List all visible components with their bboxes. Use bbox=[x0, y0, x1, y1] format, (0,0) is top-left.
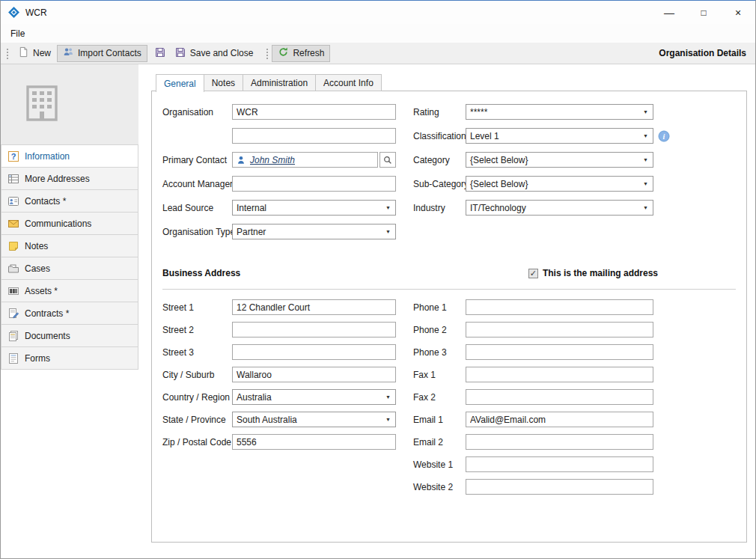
contact-lookup-button[interactable] bbox=[379, 152, 396, 168]
zip-input[interactable] bbox=[232, 434, 396, 450]
rating-select[interactable]: ***** ▼ bbox=[466, 104, 653, 120]
tab-general[interactable]: General bbox=[156, 74, 204, 92]
menu-file[interactable]: File bbox=[1, 28, 34, 39]
account-manager-input[interactable] bbox=[232, 176, 396, 192]
sidebar-item-notes[interactable]: Notes bbox=[1, 234, 138, 257]
import-contacts-button[interactable]: Import Contacts bbox=[57, 45, 147, 62]
mailing-address-checkbox[interactable]: ✓ bbox=[528, 269, 538, 278]
business-address-heading: Business Address bbox=[162, 268, 240, 278]
refresh-button[interactable]: Refresh bbox=[272, 45, 330, 62]
industry-select[interactable]: IT/Technology ▼ bbox=[466, 200, 653, 216]
category-label: Category bbox=[413, 155, 466, 165]
contacts-icon bbox=[7, 195, 19, 207]
organisation-line2-input[interactable] bbox=[232, 128, 396, 144]
save-and-close-button[interactable]: Save and Close bbox=[170, 45, 258, 62]
main-area: General Notes Administration Account Inf… bbox=[138, 64, 755, 558]
chevron-down-icon: ▼ bbox=[382, 413, 394, 426]
title-bar: WCR — □ × bbox=[1, 1, 755, 24]
new-button[interactable]: New bbox=[12, 45, 57, 62]
account-manager-label: Account Manager bbox=[162, 179, 232, 189]
organisation-hero bbox=[1, 64, 138, 144]
svg-text:?: ? bbox=[11, 152, 16, 161]
phone1-input[interactable] bbox=[466, 299, 653, 315]
state-select[interactable]: South Australia ▼ bbox=[232, 412, 396, 427]
address-left-column: Street 1 Street 2 Street 3 City / S bbox=[162, 299, 396, 501]
email1-input[interactable] bbox=[466, 412, 653, 427]
save-and-close-icon bbox=[174, 46, 186, 61]
save-icon bbox=[154, 46, 166, 61]
fax2-input[interactable] bbox=[466, 389, 653, 405]
sidebar-item-contracts[interactable]: Contracts * bbox=[1, 302, 138, 325]
fax1-label: Fax 1 bbox=[413, 370, 466, 380]
mailing-address-label: This is the mailing address bbox=[543, 268, 658, 278]
tab-administration[interactable]: Administration bbox=[243, 74, 316, 91]
close-button[interactable]: × bbox=[721, 1, 755, 24]
chevron-down-icon: ▼ bbox=[639, 201, 652, 214]
new-document-icon bbox=[18, 46, 29, 60]
sidebar: ? Information More Addresses Contacts * bbox=[1, 64, 138, 558]
phone2-label: Phone 2 bbox=[413, 325, 466, 335]
contact-person-icon bbox=[236, 155, 246, 165]
sidebar-item-information[interactable]: ? Information bbox=[1, 144, 138, 168]
sidebar-item-communications[interactable]: Communications bbox=[1, 212, 138, 235]
street2-input[interactable] bbox=[232, 322, 396, 337]
address-right-column: Phone 1 Phone 2 Phone 3 Fax 1 bbox=[413, 299, 653, 501]
street3-input[interactable] bbox=[232, 344, 396, 360]
classification-label: Classification bbox=[413, 131, 466, 141]
maximize-button[interactable]: □ bbox=[686, 1, 721, 24]
tab-account-info[interactable]: Account Info bbox=[315, 74, 382, 91]
fax2-label: Fax 2 bbox=[413, 392, 466, 403]
sidebar-item-documents[interactable]: Documents bbox=[1, 324, 138, 347]
phone2-input[interactable] bbox=[466, 322, 653, 337]
save-button[interactable] bbox=[150, 45, 170, 62]
sub-category-label: Sub-Category bbox=[413, 179, 466, 189]
organisation-type-select[interactable]: Partner ▼ bbox=[232, 224, 396, 239]
tab-strip: General Notes Administration Account Inf… bbox=[156, 74, 747, 91]
sidebar-item-more-addresses[interactable]: More Addresses bbox=[1, 167, 138, 190]
category-select[interactable]: {Select Below} ▼ bbox=[466, 152, 653, 168]
cases-icon bbox=[7, 263, 19, 275]
toolbar-grip[interactable] bbox=[5, 47, 9, 60]
classification-select[interactable]: Level 1 ▼ bbox=[466, 128, 653, 144]
city-label: City / Suburb bbox=[162, 370, 232, 380]
menu-bar: File bbox=[1, 24, 755, 43]
minimize-button[interactable]: — bbox=[652, 1, 686, 24]
sidebar-item-assets[interactable]: Assets * bbox=[1, 279, 138, 302]
phone3-input[interactable] bbox=[466, 344, 653, 360]
phone1-label: Phone 1 bbox=[413, 302, 466, 313]
classification-info-icon[interactable]: i bbox=[658, 130, 670, 142]
primary-contact-link[interactable]: John Smith bbox=[250, 155, 295, 165]
building-icon bbox=[21, 82, 63, 127]
organisation-input[interactable] bbox=[232, 104, 396, 120]
primary-contact-label: Primary Contact bbox=[162, 155, 232, 165]
more-addresses-icon bbox=[7, 173, 19, 185]
chevron-down-icon: ▼ bbox=[382, 225, 394, 238]
city-input[interactable] bbox=[232, 367, 396, 382]
street2-label: Street 2 bbox=[162, 325, 232, 335]
primary-contact-field[interactable]: John Smith bbox=[232, 152, 378, 168]
information-icon: ? bbox=[7, 150, 19, 162]
sub-category-select[interactable]: {Select Below} ▼ bbox=[466, 176, 653, 192]
industry-label: Industry bbox=[413, 203, 466, 213]
toolbar-grip-2[interactable] bbox=[265, 47, 269, 60]
sidebar-item-contacts[interactable]: Contacts * bbox=[1, 189, 138, 213]
sidebar-item-forms[interactable]: Forms bbox=[1, 346, 138, 370]
tab-notes[interactable]: Notes bbox=[204, 74, 243, 91]
lead-source-select[interactable]: Internal ▼ bbox=[232, 200, 396, 216]
sidebar-nav: ? Information More Addresses Contacts * bbox=[1, 144, 138, 370]
sidebar-item-cases[interactable]: Cases bbox=[1, 257, 138, 280]
website2-input[interactable] bbox=[466, 479, 653, 495]
org-details-right-column: Rating ***** ▼ Classification Level 1 ▼ bbox=[413, 104, 670, 248]
context-title: Organisation Details bbox=[659, 43, 746, 64]
contracts-icon bbox=[7, 308, 19, 320]
website1-input[interactable] bbox=[466, 456, 653, 472]
forms-icon bbox=[7, 352, 19, 364]
chevron-down-icon: ▼ bbox=[382, 201, 394, 214]
street3-label: Street 3 bbox=[162, 347, 232, 358]
window-title: WCR bbox=[25, 7, 47, 18]
search-icon bbox=[382, 155, 393, 165]
email2-input[interactable] bbox=[466, 434, 653, 450]
fax1-input[interactable] bbox=[466, 367, 653, 382]
country-select[interactable]: Australia ▼ bbox=[232, 389, 396, 405]
street1-input[interactable] bbox=[232, 299, 396, 315]
